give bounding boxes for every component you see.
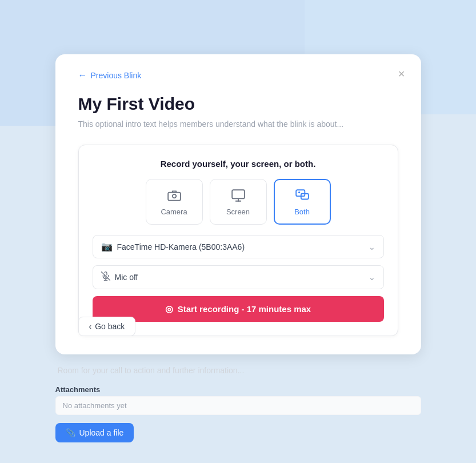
- back-arrow-icon: ←: [78, 70, 87, 81]
- mic-dropdown[interactable]: Mic off ⌄: [93, 265, 384, 289]
- attachments-label: Attachments: [55, 385, 421, 394]
- mic-off-icon: [101, 272, 110, 283]
- record-option-camera-label: Camera: [161, 207, 187, 216]
- go-back-button[interactable]: ‹ Go back: [78, 317, 136, 336]
- svg-point-6: [298, 191, 299, 193]
- back-link-label: Previous Blink: [91, 71, 142, 80]
- mic-dropdown-arrow-icon: ⌄: [369, 273, 375, 282]
- camera-dropdown-icon: 📷: [101, 241, 113, 252]
- upload-file-button[interactable]: 📎 Upload a file: [55, 423, 134, 442]
- record-panel-title: Record yourself, your screen, or both.: [93, 159, 384, 169]
- camera-dropdown[interactable]: 📷 FaceTime HD-Kamera (5B00:3AA6) ⌄: [93, 235, 384, 258]
- start-recording-label: Start recording - 17 minutes max: [178, 304, 311, 314]
- svg-rect-1: [232, 190, 245, 198]
- record-option-both[interactable]: Both: [274, 179, 331, 225]
- camera-dropdown-value: FaceTime HD-Kamera (5B00:3AA6): [117, 242, 245, 252]
- upload-file-label: Upload a file: [79, 428, 124, 437]
- attachments-section: Attachments No attachments yet 📎 Upload …: [55, 385, 421, 442]
- page-container: ← Previous Blink × My First Video This o…: [0, 0, 476, 463]
- page-title: My First Video: [78, 94, 398, 114]
- close-button[interactable]: ×: [398, 68, 405, 79]
- record-option-camera[interactable]: Camera: [146, 179, 203, 225]
- screen-icon: [231, 188, 246, 203]
- page-subtitle: This optional intro text helps members u…: [78, 119, 398, 129]
- go-back-chevron-icon: ‹: [89, 322, 92, 331]
- start-recording-button[interactable]: ◎ Start recording - 17 minutes max: [93, 296, 384, 322]
- record-option-both-label: Both: [294, 207, 310, 216]
- svg-rect-4: [296, 190, 305, 196]
- record-panel: Record yourself, your screen, or both. C…: [78, 145, 398, 336]
- mic-dropdown-value: Mic off: [115, 273, 138, 282]
- start-recording-suffix: - 17 minutes max: [241, 304, 311, 314]
- camera-icon: [167, 188, 182, 203]
- back-link[interactable]: ← Previous Blink: [78, 70, 398, 81]
- upload-icon: 📎: [66, 428, 75, 437]
- cta-placeholder-text: Room for your call to action and further…: [55, 366, 421, 375]
- svg-point-0: [172, 194, 176, 198]
- attachments-empty-message: No attachments yet: [55, 396, 421, 415]
- main-card: ← Previous Blink × My First Video This o…: [55, 54, 421, 354]
- both-icon: [295, 188, 310, 203]
- record-options: Camera Screen: [93, 179, 384, 225]
- bottom-section: Room for your call to action and further…: [55, 366, 421, 442]
- record-option-screen[interactable]: Screen: [210, 179, 267, 225]
- go-back-label: Go back: [95, 322, 125, 331]
- start-recording-circle-icon: ◎: [165, 304, 173, 314]
- record-option-screen-label: Screen: [226, 207, 250, 216]
- camera-dropdown-arrow-icon: ⌄: [369, 242, 375, 252]
